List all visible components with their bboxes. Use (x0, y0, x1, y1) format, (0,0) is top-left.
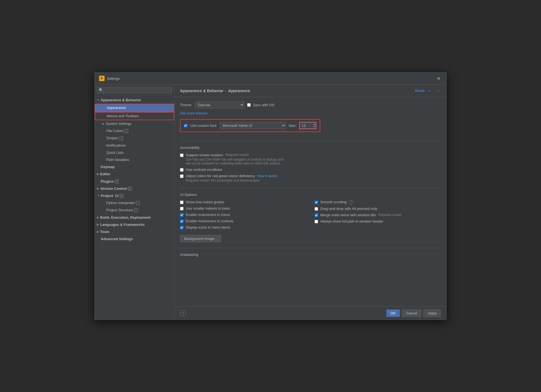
expand-icon (97, 98, 100, 102)
merge-menu-note: Requires restart (378, 213, 401, 217)
nav-back-button[interactable]: ← (427, 88, 433, 94)
box-icon: ⬚ (120, 194, 124, 198)
sidebar-item-label: Project: CI (101, 193, 119, 198)
size-label: Size: (289, 124, 297, 128)
window-title: Settings (107, 76, 120, 81)
sidebar-item-quick-lists[interactable]: Quick Lists (95, 149, 174, 156)
header-actions: Reset ← → (415, 88, 441, 94)
breadcrumb-parent: Appearance & Behavior (180, 89, 223, 93)
display-icons-checkbox[interactable] (180, 226, 184, 229)
sidebar-item-file-colors[interactable]: File Colors ⬚ (95, 127, 174, 135)
sidebar-item-label: Quick Lists (106, 150, 124, 155)
merge-menu-content: Merge main menu with window title Requir… (320, 213, 402, 217)
main-header: Appearance & Behavior › Appearance Reset… (174, 85, 446, 97)
nav-forward-button[interactable]: → (435, 88, 441, 94)
always-full-path-checkbox[interactable] (315, 220, 318, 223)
expand-icon (97, 216, 99, 220)
sidebar-item-python-interpreter[interactable]: Python Interpreter ⬚ (95, 199, 174, 207)
screen-readers-labels: Support screen readers Requires restart … (186, 153, 283, 165)
accessibility-title: Accessibility (180, 146, 441, 150)
color-adjust-checkbox[interactable] (180, 174, 184, 178)
always-full-path-row: Always show full path in window header (315, 219, 441, 223)
sidebar-item-project-ci[interactable]: Project: CI ⬚ (95, 192, 174, 199)
smaller-indents-checkbox[interactable] (180, 207, 184, 210)
smooth-scrolling-label: Smooth scrolling (320, 200, 347, 204)
background-image-button[interactable]: Background Image... (180, 235, 221, 242)
screen-readers-row: Support screen readers Requires restart … (180, 153, 441, 165)
ui-options-grid: Show tree indent guides Use smaller inde… (180, 200, 441, 232)
smooth-scrolling-info-icon[interactable]: ? (349, 200, 353, 204)
sync-os-label: Sync with OS (253, 103, 274, 107)
sidebar-item-keymap[interactable]: Keymap (95, 163, 174, 171)
box-icon: ⬚ (128, 187, 132, 191)
drag-drop-label: Drag-and-drop with Alt pressed only (320, 207, 377, 211)
sidebar-item-label: Python Interpreter (106, 201, 135, 205)
sidebar-item-version-control[interactable]: Version Control ⬚ (95, 185, 174, 192)
mnemonics-menu-checkbox[interactable] (180, 213, 184, 217)
ok-button[interactable]: OK (386, 309, 400, 317)
sidebar-item-label: Appearance (107, 105, 126, 110)
sidebar-item-scopes[interactable]: Scopes ⬚ (95, 135, 174, 142)
sidebar-item-notifications[interactable]: Notifications (95, 142, 174, 149)
sidebar-item-languages-frameworks[interactable]: Languages & Frameworks (95, 221, 174, 228)
spin-down-arrow[interactable]: ▼ (313, 125, 315, 128)
search-input[interactable] (97, 87, 172, 93)
mnemonics-menu-label: Enable mnemonics in menu (186, 213, 230, 217)
close-button[interactable]: ✕ (435, 75, 442, 82)
sidebar-item-label: System Settings (106, 121, 132, 126)
sidebar-item-tools[interactable]: Tools (95, 228, 174, 235)
how-it-works-link[interactable]: How it works (257, 174, 277, 178)
settings-content: Theme: Darcula Sync with OS Get more the… (174, 97, 446, 306)
sidebar: Appearance & Behavior Appearance Menus a… (95, 85, 174, 320)
sync-os-checkbox[interactable] (247, 103, 251, 107)
contrast-scrollbars-checkbox[interactable] (180, 168, 184, 172)
custom-font-section: Use custom font: Microsoft YaHei UI Size… (180, 119, 320, 132)
sidebar-item-label: Version Control (100, 186, 127, 191)
breadcrumb-separator: › (225, 89, 226, 93)
apply-button[interactable]: Apply (423, 309, 441, 317)
size-input[interactable] (300, 123, 312, 128)
theme-row: Theme: Darcula Sync with OS (180, 102, 441, 108)
drag-drop-checkbox[interactable] (315, 207, 318, 211)
spin-up-arrow[interactable]: ▲ (313, 123, 315, 125)
color-adjust-labels: Adjust colors for red-green vision defic… (186, 174, 277, 182)
merge-menu-label: Merge main menu with window title (320, 213, 376, 217)
help-button[interactable]: ? (180, 310, 186, 316)
custom-font-checkbox[interactable] (184, 124, 187, 127)
show-tree-indent-checkbox[interactable] (180, 201, 184, 204)
font-select[interactable]: Microsoft YaHei UI (220, 122, 286, 129)
box-icon: ⬚ (134, 208, 138, 212)
sidebar-item-appearance-behavior[interactable]: Appearance & Behavior (95, 97, 174, 104)
main-panel: Appearance & Behavior › Appearance Reset… (174, 85, 446, 320)
sidebar-item-menus-toolbars[interactable]: Menus and Toolbars (95, 112, 174, 120)
expand-icon (97, 194, 100, 198)
sidebar-item-path-variables[interactable]: Path Variables (95, 156, 174, 163)
sidebar-tree: Appearance & Behavior Appearance Menus a… (95, 95, 174, 320)
footer: ? OK Cancel Apply (174, 306, 446, 320)
merge-menu-checkbox[interactable] (315, 213, 318, 217)
show-tree-indent-label: Show tree indent guides (186, 200, 224, 204)
cancel-button[interactable]: Cancel (402, 309, 421, 317)
sidebar-item-build-exec-deploy[interactable]: Build, Execution, Deployment (95, 214, 174, 221)
color-adjust-row: Adjust colors for red-green vision defic… (180, 174, 441, 182)
get-themes-link[interactable]: Get more themes (180, 111, 441, 115)
spinbox-arrows: ▲ ▼ (312, 123, 316, 128)
divider (180, 141, 441, 141)
drag-drop-row: Drag-and-drop with Alt pressed only (315, 207, 441, 211)
mnemonics-controls-checkbox[interactable] (180, 220, 184, 223)
sidebar-item-plugins[interactable]: Plugins ⬚ (95, 178, 174, 185)
sidebar-item-project-structure[interactable]: Project Structure ⬚ (95, 207, 174, 214)
merge-menu-row: Merge main menu with window title Requir… (315, 213, 441, 217)
theme-select[interactable]: Darcula (195, 102, 244, 108)
screen-readers-checkbox[interactable] (180, 153, 184, 157)
reset-link[interactable]: Reset (415, 89, 424, 93)
sidebar-item-editor[interactable]: Editor (95, 171, 174, 178)
size-spinbox: ▲ ▼ (300, 122, 316, 129)
sidebar-item-advanced-settings[interactable]: Advanced Settings (95, 235, 174, 243)
expand-icon (97, 187, 99, 191)
footer-left: ? (180, 310, 384, 316)
sidebar-item-label: Build, Execution, Deployment (100, 215, 151, 220)
sidebar-item-system-settings[interactable]: System Settings (95, 120, 174, 127)
sidebar-item-appearance[interactable]: Appearance (95, 104, 174, 112)
smooth-scrolling-checkbox[interactable] (315, 201, 318, 204)
